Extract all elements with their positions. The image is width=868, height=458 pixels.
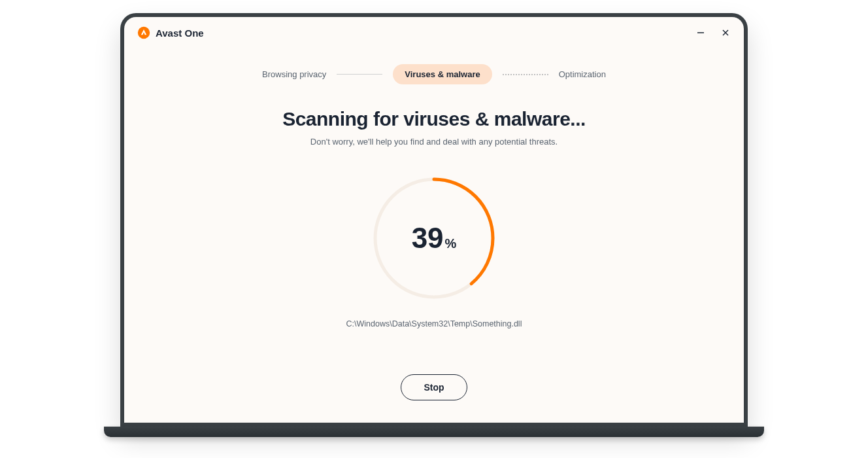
percent-symbol: % — [445, 236, 457, 251]
avast-logo-icon — [137, 26, 150, 39]
minimize-button[interactable] — [695, 27, 706, 38]
scan-subtext: Don't worry, we'll help you find and dea… — [124, 137, 744, 147]
laptop-base — [104, 427, 764, 437]
step-connector-solid — [337, 74, 382, 75]
step-browsing-privacy: Browsing privacy — [262, 69, 326, 79]
close-button[interactable] — [720, 27, 731, 38]
titlebar-left: Avast One — [137, 26, 204, 39]
app-window: Avast One Browsing privacy Viruses & mal… — [124, 17, 744, 423]
progress-text: 39 % — [412, 222, 457, 255]
stop-button[interactable]: Stop — [401, 374, 467, 400]
svg-point-0 — [138, 27, 150, 39]
step-viruses-malware: Viruses & malware — [393, 64, 492, 84]
scan-heading: Scanning for viruses & malware... — [124, 108, 744, 130]
progress-circle: 39 % — [124, 173, 744, 304]
step-optimization: Optimization — [559, 69, 606, 79]
progress-steps: Browsing privacy Viruses & malware Optim… — [124, 64, 744, 84]
laptop-frame: Avast One Browsing privacy Viruses & mal… — [120, 13, 748, 427]
step-connector-dotted — [503, 74, 548, 75]
app-name: Avast One — [156, 27, 204, 39]
main-content: Scanning for viruses & malware... Don't … — [124, 108, 744, 400]
current-scan-path: C:\Windows\Data\System32\Temp\Something.… — [124, 319, 744, 328]
progress-value: 39 — [412, 222, 444, 255]
titlebar: Avast One — [124, 17, 744, 48]
window-controls — [695, 27, 731, 38]
